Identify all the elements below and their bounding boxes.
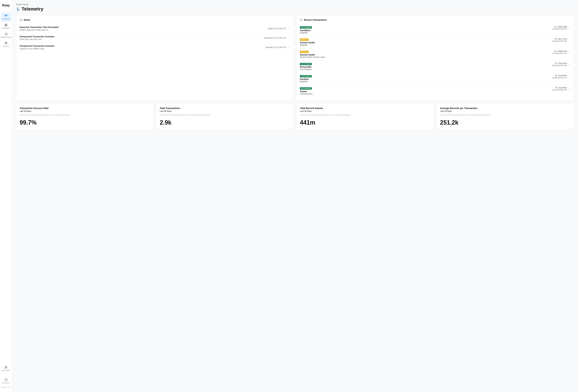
- sidebar-item-logout-label: LOG OUT: [2, 382, 9, 384]
- transaction-arrow-icon: →: [568, 51, 571, 53]
- alerts-card: Alerts Expected Transaction Time Exceede…: [16, 15, 294, 100]
- refresh-icon: [300, 19, 302, 21]
- transaction-arrow-icon: →: [568, 63, 571, 66]
- sidebar-item-domains[interactable]: DOMAINS: [1, 22, 11, 30]
- alert-right: Yesterday 10:21 AM UTC →: [264, 37, 290, 39]
- metric-desc: Includes all destination transactions as…: [160, 114, 290, 116]
- metric-value: 2.9k: [160, 119, 290, 126]
- svg-line-9: [5, 34, 6, 35]
- transaction-type: Eligibility: [300, 32, 552, 34]
- metric-desc: Includes all destination transactions as…: [20, 114, 150, 116]
- transaction-item[interactable]: SUCCEEDED Valiant Authorizations ID: r3z…: [300, 85, 571, 97]
- sidebar-item-settings-label: SETTINGS: [2, 370, 10, 371]
- transaction-id: ID: s5g9-d78o: [555, 50, 567, 52]
- transaction-item[interactable]: SUCCEEDED DocNow Eligibility ID: r3z9-f9…: [300, 73, 571, 85]
- metric-value: 441m: [300, 119, 430, 126]
- transaction-header: SUCCEEDED PinnacleRx Accumulators ID: t2…: [300, 62, 571, 71]
- transaction-arrow-icon: →: [568, 88, 571, 90]
- top-grid: Alerts Expected Transaction Time Exceede…: [16, 15, 574, 100]
- transaction-id-time: ID: s5g9-d78o 04:30:00 PM UTC: [552, 50, 567, 54]
- sidebar: Relay TELEMETRY DOMAINS: [0, 0, 12, 392]
- arrow-icon: →: [288, 27, 290, 30]
- metric-card: Total Transactions Last 30 Days Includes…: [156, 103, 294, 130]
- page-header: Pacific Health 📡 Telemetry: [16, 3, 574, 12]
- transaction-type: Medical Claim Service Lines: [300, 56, 552, 58]
- sidebar-bottom: SETTINGS LOG OUT Privacy Terms: [0, 364, 12, 390]
- transaction-time: 05:00:00 PM UTC: [552, 65, 567, 67]
- transaction-arrow-icon: →: [568, 39, 571, 41]
- transaction-item[interactable]: ERRORS Semma Health Medical Claim Servic…: [300, 48, 571, 60]
- transactions-list: SUCCEEDED CareWave Eligibility ID: x6d5-…: [300, 24, 571, 97]
- transaction-name: Semma Health: [300, 53, 552, 56]
- transaction-header: ERRORS Semma Health Medical Claim Servic…: [300, 50, 571, 58]
- arrow-icon: →: [288, 37, 290, 39]
- status-badge: SUCCEEDED: [300, 75, 312, 77]
- metric-period: Last 30 Days: [160, 110, 290, 112]
- transaction-right: ID: v8b7-c67p 04:00:00 PM UTC →: [552, 38, 571, 42]
- transaction-name: DocNow: [300, 78, 552, 80]
- alert-subtitle: Tortor quis nam sed nunc: [20, 38, 264, 41]
- alert-title: Unexpected Transaction Scenario: [20, 45, 266, 47]
- svg-line-8: [5, 33, 6, 34]
- status-badge: SUCCEEDED: [300, 87, 312, 90]
- transaction-type: Authorizations: [300, 93, 552, 95]
- sidebar-item-connections[interactable]: CONNECTIONS: [1, 31, 11, 40]
- transaction-right: ID: x6d5-b56q 04:00:00 PM UTC →: [552, 26, 571, 30]
- metric-value: 251.2k: [440, 119, 571, 126]
- metric-card: Average Records per Transaction Last 30 …: [436, 103, 574, 130]
- org-name: Pacific Health: [16, 3, 574, 6]
- alerts-list: Expected Transaction Time Exceeded Magni…: [20, 24, 290, 52]
- transaction-left: ERRORS Semma Health Medical Claim Servic…: [300, 50, 552, 58]
- sidebar-item-domains-label: DOMAINS: [2, 27, 9, 29]
- status-badge: ERRORS: [300, 51, 309, 53]
- metric-period: Last 30 Days: [20, 110, 150, 112]
- metric-period: Last 30 Days: [300, 110, 430, 112]
- transaction-item[interactable]: ERRORS Semma Health Eligibility ID: v8b7…: [300, 36, 571, 48]
- metrics-grid: Transaction Success Rate Last 30 Days In…: [16, 103, 574, 130]
- telemetry-icon: 📡: [16, 7, 20, 11]
- recent-transactions-card: Recent Transactions SUCCEEDED CareWave E…: [296, 15, 574, 100]
- privacy-link[interactable]: Privacy: [1, 387, 6, 388]
- transaction-right: ID: r3z9-f90m 05:15:00 PM UTC →: [552, 87, 571, 91]
- alert-title: Expected Transaction Time Exceeded: [20, 26, 267, 28]
- transaction-left: ERRORS Semma Health Eligibility: [300, 38, 552, 46]
- transaction-id-time: ID: t2a0-e89n 05:00:00 PM UTC: [552, 62, 567, 67]
- transaction-arrow-icon: →: [568, 26, 571, 29]
- transaction-id: ID: x6d5-b56q: [555, 26, 567, 28]
- transaction-left: SUCCEEDED PinnacleRx Accumulators: [300, 62, 552, 71]
- sidebar-item-telemetry-label: TELEMETRY: [1, 18, 11, 20]
- transaction-left: SUCCEEDED DocNow Eligibility: [300, 74, 552, 83]
- transaction-item[interactable]: SUCCEEDED PinnacleRx Accumulators ID: t2…: [300, 60, 571, 73]
- status-badge: SUCCEEDED: [300, 63, 312, 65]
- transaction-time: 04:30:00 PM UTC: [552, 52, 567, 54]
- terms-link[interactable]: Terms: [7, 387, 10, 388]
- svg-point-22: [5, 368, 6, 368]
- transaction-id-time: ID: r3z9-f90m 05:15:00 PM UTC: [552, 87, 567, 91]
- transaction-item[interactable]: SUCCEEDED CareWave Eligibility ID: x6d5-…: [300, 24, 571, 36]
- alert-item[interactable]: Unexpected Transaction Scenario Tortor q…: [20, 33, 290, 43]
- svg-point-6: [7, 33, 7, 33]
- transaction-name: CareWave: [300, 29, 552, 32]
- alert-item[interactable]: Expected Transaction Time Exceeded Magni…: [20, 24, 290, 33]
- transaction-left: SUCCEEDED Valiant Authorizations: [300, 87, 552, 95]
- alert-item[interactable]: Unexpected Transaction Scenario Augue et…: [20, 43, 290, 52]
- transaction-time: 04:00:00 PM UTC: [552, 40, 567, 42]
- svg-point-5: [5, 34, 5, 34]
- main-content: Pacific Health 📡 Telemetry Alerts Expect…: [12, 0, 578, 392]
- recent-transactions-title: Recent Transactions: [300, 19, 571, 21]
- svg-point-20: [5, 366, 6, 367]
- status-badge: SUCCEEDED: [300, 26, 312, 29]
- sidebar-item-logout[interactable]: LOG OUT: [1, 377, 11, 385]
- arrow-icon: →: [288, 46, 290, 49]
- sidebar-item-relays[interactable]: RELAYS: [1, 40, 11, 49]
- svg-rect-10: [5, 43, 5, 43]
- sidebar-item-telemetry[interactable]: TELEMETRY: [1, 13, 11, 21]
- metric-title: Total Transactions: [160, 107, 290, 110]
- sidebar-nav: TELEMETRY DOMAINS CONNECTIONS: [0, 13, 12, 364]
- sidebar-item-settings[interactable]: SETTINGS: [1, 364, 11, 373]
- transaction-header: ERRORS Semma Health Eligibility ID: v8b7…: [300, 38, 571, 46]
- transaction-id: ID: v8b7-c67p: [555, 38, 567, 40]
- transaction-header: SUCCEEDED CareWave Eligibility ID: x6d5-…: [300, 26, 571, 34]
- transaction-header: SUCCEEDED Valiant Authorizations ID: r3z…: [300, 87, 571, 95]
- metric-desc: Includes all destination transactions as…: [300, 114, 430, 116]
